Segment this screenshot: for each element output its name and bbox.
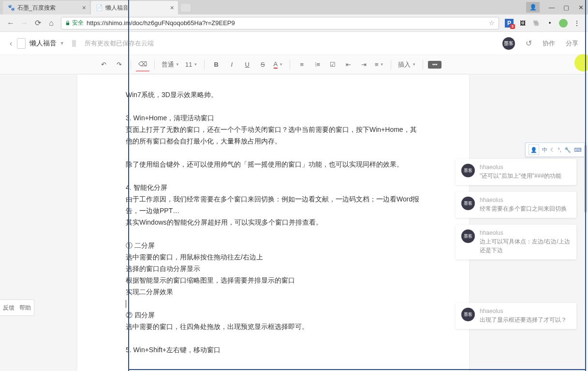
- comment-text: 边上可以写具体点：左边/右边/上边还是下边: [480, 237, 571, 255]
- secure-badge: 安全: [65, 19, 84, 27]
- extension-dot-icon[interactable]: •: [545, 19, 554, 28]
- doc-file-icon: [17, 38, 26, 49]
- bookmark-star-icon[interactable]: ☆: [489, 19, 495, 27]
- comment-text: "还可以"后加上"使用"###的功能: [480, 171, 571, 180]
- comment-icon[interactable]: •••: [428, 61, 441, 69]
- browser-tab-strip: 🐾 石墨_百度搜索 × 📄 懒人福音 × 👤 — ▢ ✕: [0, 0, 588, 14]
- content-line: 选中需要的窗口，用鼠标按住拖动往左/右边上: [126, 251, 421, 263]
- extension-evernote-icon[interactable]: 🐘: [532, 19, 541, 28]
- content-line: ② 四分屏: [126, 309, 421, 321]
- content-line: 实现二分屏效果: [126, 286, 421, 298]
- overlay-line: [128, 369, 586, 370]
- help-label[interactable]: 帮助: [19, 304, 31, 312]
- doc-back-icon[interactable]: ‹: [10, 39, 12, 48]
- comment-author: hhaeolus: [480, 164, 571, 171]
- content-line: 4. 智能化分屏: [126, 182, 421, 193]
- nav-home-icon[interactable]: ⌂: [44, 16, 58, 30]
- paragraph-style-select[interactable]: 普通▼: [160, 58, 181, 71]
- doc-title[interactable]: 懒人福音: [29, 39, 57, 48]
- tab-close-icon[interactable]: ×: [82, 4, 86, 12]
- svg-rect-0: [66, 23, 69, 25]
- content-line: 由于工作原因，我们经常需要在多个窗口来回切换：例如一边看文献，一边码文档；一边看…: [126, 193, 421, 216]
- content-line: 其实Windows的智能化分屏超好用，可以实现多个窗口并排查看。: [126, 216, 421, 228]
- overlay-line: [585, 0, 586, 371]
- comment-card[interactable]: 墨客 hhaeolus 经常需要在多个窗口之间来回切换: [456, 192, 576, 218]
- extension-p-icon[interactable]: P3: [505, 19, 514, 28]
- url-input[interactable]: 安全 https://shimo.im/doc/hz6guFNqoqob65Ha…: [61, 17, 499, 29]
- bold-button[interactable]: B: [209, 58, 223, 71]
- baidu-favicon-icon: 🐾: [8, 4, 15, 11]
- doc-bookmark-icon[interactable]: [72, 40, 76, 47]
- text-color-button[interactable]: A▼: [271, 58, 285, 71]
- title-dropdown-icon[interactable]: ▼: [59, 41, 64, 46]
- doc-header: ‹ 懒人福音 ▼ 所有更改都已保存在云端 墨客 ↺ 协作 分享: [0, 32, 588, 55]
- comment-avatar-icon: 墨客: [461, 164, 475, 177]
- ime-mode[interactable]: 中: [542, 146, 547, 154]
- nav-reload-icon[interactable]: ⟳: [31, 16, 44, 30]
- content-line: Win7系统，3D显示效果略帅。: [126, 89, 421, 100]
- undo-icon[interactable]: ↶: [97, 58, 110, 71]
- comment-author: hhaeolus: [480, 229, 571, 236]
- ime-punct-icon[interactable]: °,: [558, 147, 561, 153]
- overlay-line: [128, 0, 129, 371]
- chrome-menu-icon[interactable]: ⋮: [573, 19, 581, 28]
- indent-increase-icon[interactable]: ⇥: [357, 58, 370, 71]
- window-minimize-icon[interactable]: —: [544, 1, 559, 13]
- new-tab-button[interactable]: [181, 4, 191, 12]
- comment-text: 经常需要在多个窗口之间来回切换: [480, 204, 571, 213]
- unordered-list-icon[interactable]: ⁝≡: [310, 58, 324, 71]
- clear-format-icon[interactable]: ⌫: [136, 58, 149, 71]
- extension-green-icon[interactable]: [559, 19, 568, 28]
- align-select[interactable]: ≡▼: [372, 58, 386, 71]
- insert-menu[interactable]: 插入▼: [396, 58, 418, 71]
- comment-card[interactable]: 墨客 hhaeolus 边上可以写具体点：左边/右边/上边还是下边: [456, 225, 576, 259]
- lock-icon: [65, 21, 70, 26]
- content-line: 根据智能显示的窗口缩略图里，选择需要并排显示的窗口: [126, 274, 421, 286]
- comment-author: hhaeolus: [480, 308, 571, 314]
- history-icon[interactable]: ↺: [526, 39, 532, 48]
- strikethrough-button[interactable]: S: [256, 58, 269, 71]
- shimo-favicon-icon: 📄: [96, 4, 103, 11]
- ime-keyboard-icon[interactable]: ⌨: [574, 147, 582, 153]
- checklist-icon[interactable]: ☑: [326, 58, 339, 71]
- content-line: ① 二分屏: [126, 240, 421, 251]
- editor-toolbar: ↶ ↷ ⌫ 普通▼ 11▼ B I U S A▼ ≡ ⁝≡ ☑ ⇤ ⇥ ≡▼ 插…: [0, 55, 588, 74]
- comment-text: 出现了显示框还要选择了才可以？: [480, 315, 571, 324]
- user-avatar[interactable]: 墨客: [502, 37, 515, 50]
- ime-moon-icon[interactable]: ☾: [550, 147, 555, 153]
- comment-card[interactable]: 墨客 hhaeolus 出现了显示框还要选择了才可以？: [456, 303, 576, 329]
- browser-tab-2-active[interactable]: 📄 懒人福音 ×: [91, 1, 178, 14]
- nav-back-icon[interactable]: ←: [4, 16, 17, 30]
- url-text: https://shimo.im/doc/hz6guFNqoqob65Ha?r=…: [87, 19, 235, 27]
- underline-button[interactable]: U: [240, 58, 254, 71]
- content-line: 3. Win+Home，清理活动窗口: [126, 112, 421, 124]
- redo-icon[interactable]: ↷: [112, 58, 126, 71]
- feedback-tab[interactable]: 反馈 帮助: [0, 300, 34, 316]
- comment-avatar-icon: 墨客: [461, 229, 475, 243]
- document-body[interactable]: Win7系统，3D显示效果略帅。 3. Win+Home，清理活动窗口 页面上打…: [77, 74, 469, 371]
- content-line: 5. Win+Shift+左右键，移动窗口: [126, 344, 421, 356]
- extension-img-icon[interactable]: 🖼: [518, 19, 527, 28]
- chrome-user-icon[interactable]: 👤: [526, 2, 540, 13]
- ime-toolbar[interactable]: 👤 中 ☾ °, 🔧 ⌨: [525, 143, 585, 157]
- tab-1-title: 石墨_百度搜索: [17, 4, 56, 12]
- ordered-list-icon[interactable]: ≡: [295, 58, 309, 71]
- browser-tab-1[interactable]: 🐾 石墨_百度搜索 ×: [3, 1, 90, 14]
- nav-forward-icon: →: [17, 16, 31, 30]
- indent-decrease-icon[interactable]: ⇤: [341, 58, 355, 71]
- tab-close-icon[interactable]: ×: [170, 4, 174, 12]
- ime-settings-icon[interactable]: 🔧: [564, 147, 571, 153]
- window-maximize-icon[interactable]: ▢: [559, 1, 573, 13]
- collab-button[interactable]: 协作: [543, 39, 555, 48]
- comment-author: hhaeolus: [480, 197, 571, 203]
- save-status: 所有更改都已保存在云端: [85, 39, 154, 48]
- feedback-label[interactable]: 反馈: [3, 304, 15, 312]
- font-size-select[interactable]: 11▼: [183, 58, 199, 71]
- content-line: 除了使用组合键外，还可以使用帅气的「摇一摇使用的窗口」功能，也可以实现同样的效果…: [126, 158, 421, 170]
- content-line: 选中需要的窗口，往四角处拖放，出现预览显示框选择即可。: [126, 321, 421, 332]
- comment-card[interactable]: 墨客 hhaeolus "还可以"后加上"使用"###的功能: [456, 159, 576, 185]
- address-bar: ← → ⟳ ⌂ 安全 https://shimo.im/doc/hz6guFNq…: [0, 14, 588, 32]
- share-button[interactable]: 分享: [566, 39, 578, 48]
- content-line: 页面上打开了无数的窗口，还在一个个手动关闭窗口？选中当前需要的窗口，按下Win+…: [126, 124, 421, 147]
- italic-button[interactable]: I: [225, 58, 238, 71]
